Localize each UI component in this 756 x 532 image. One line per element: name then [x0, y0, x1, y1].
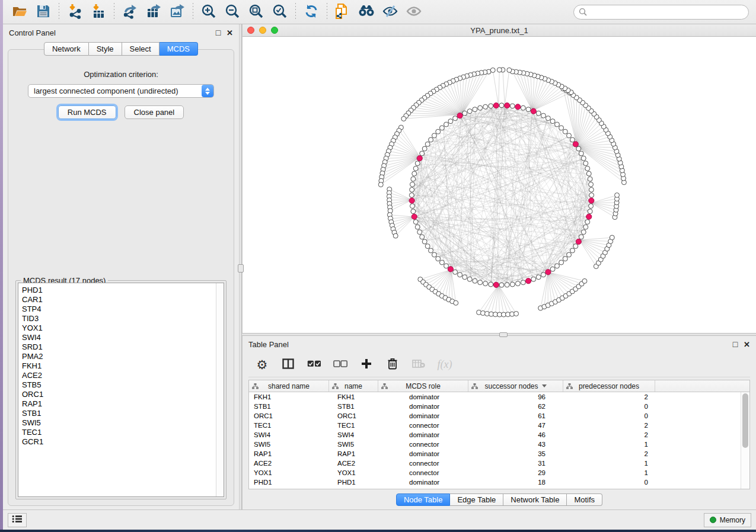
network-node[interactable] — [550, 119, 555, 124]
network-node[interactable] — [417, 230, 422, 235]
network-node[interactable] — [439, 126, 444, 130]
mcds-selected-node[interactable] — [493, 103, 499, 108]
mcds-selected-node[interactable] — [546, 270, 551, 275]
network-node[interactable] — [589, 193, 594, 197]
network-node[interactable] — [411, 177, 416, 181]
mcds-list-scrollbar[interactable] — [216, 283, 224, 496]
network-canvas[interactable] — [243, 37, 756, 333]
horizontal-splitter[interactable] — [242, 333, 756, 336]
network-node[interactable] — [489, 104, 493, 108]
table-tab-edge-table[interactable]: Edge Table — [450, 493, 503, 506]
network-leaf-node[interactable] — [378, 182, 383, 187]
network-node[interactable] — [510, 282, 515, 287]
mcds-selected-node[interactable] — [417, 156, 422, 161]
column-header-predecessor-nodes[interactable]: predecessor nodes — [563, 380, 655, 392]
network-node[interactable] — [453, 116, 458, 121]
network-node[interactable] — [589, 182, 594, 187]
import-network-button[interactable] — [63, 2, 87, 22]
delete-column-button[interactable] — [384, 356, 401, 374]
network-node[interactable] — [413, 220, 418, 225]
network-node[interactable] — [585, 220, 590, 225]
table-row[interactable]: YOX1YOX1connector291 — [249, 468, 741, 477]
open-file-button[interactable] — [8, 2, 31, 22]
zoom-selected-button[interactable] — [268, 2, 292, 22]
table-row[interactable]: RAP1RAP1dominator352 — [249, 449, 741, 459]
mcds-node-item[interactable]: SWI5 — [22, 418, 216, 428]
network-node[interactable] — [563, 129, 567, 134]
network-node[interactable] — [579, 151, 583, 156]
table-tab-network-table[interactable]: Network Table — [503, 493, 567, 506]
network-node[interactable] — [526, 107, 531, 112]
network-leaf-node[interactable] — [582, 278, 587, 283]
network-node[interactable] — [462, 275, 467, 280]
network-node[interactable] — [541, 273, 546, 277]
tab-network[interactable]: Network — [44, 42, 89, 56]
network-node[interactable] — [420, 151, 425, 156]
network-node[interactable] — [410, 182, 414, 187]
mcds-node-item[interactable]: TEC1 — [22, 428, 216, 437]
network-node[interactable] — [411, 209, 416, 214]
table-row[interactable]: TEC1TEC1connector472 — [249, 421, 741, 430]
table-settings-button[interactable]: ⚙ — [253, 356, 271, 374]
mcds-node-item[interactable]: TID3 — [22, 314, 216, 323]
network-node[interactable] — [415, 225, 420, 229]
network-node[interactable] — [589, 204, 594, 209]
network-node[interactable] — [499, 283, 504, 287]
network-node[interactable] — [541, 113, 546, 118]
export-image-button[interactable] — [165, 2, 189, 22]
network-node[interactable] — [505, 283, 509, 287]
network-node[interactable] — [420, 235, 425, 239]
network-node[interactable] — [581, 156, 586, 161]
network-node[interactable] — [425, 142, 430, 146]
mcds-node-item[interactable]: YOX1 — [22, 323, 216, 333]
import-table-button[interactable] — [87, 2, 110, 22]
mcds-selected-node[interactable] — [589, 198, 594, 203]
network-node[interactable] — [536, 111, 541, 116]
network-node[interactable] — [448, 119, 453, 124]
network-node[interactable] — [462, 111, 467, 116]
network-node[interactable] — [422, 146, 427, 151]
network-node[interactable] — [576, 146, 581, 151]
network-node[interactable] — [467, 277, 472, 281]
search-input[interactable] — [573, 5, 749, 20]
network-node[interactable] — [567, 252, 572, 257]
column-header-name[interactable]: name — [329, 380, 378, 392]
network-node[interactable] — [550, 267, 555, 271]
network-node[interactable] — [588, 209, 592, 214]
network-node[interactable] — [432, 133, 436, 138]
tab-select[interactable]: Select — [122, 42, 160, 56]
network-leaf-node[interactable] — [454, 300, 458, 305]
network-node[interactable] — [412, 171, 417, 176]
mcds-selected-node[interactable] — [409, 198, 414, 203]
vertical-splitter[interactable] — [239, 24, 242, 509]
network-node[interactable] — [439, 260, 444, 265]
network-node[interactable] — [415, 161, 420, 166]
statusbar-menu-button[interactable] — [8, 513, 27, 527]
mcds-selected-node[interactable] — [505, 103, 510, 108]
close-panel-button[interactable]: Close panel — [125, 105, 184, 119]
network-node[interactable] — [422, 239, 427, 244]
network-node[interactable] — [583, 161, 588, 166]
network-leaf-node[interactable] — [497, 68, 502, 72]
mcds-node-item[interactable]: SRD1 — [22, 342, 216, 352]
network-node[interactable] — [567, 133, 572, 138]
table-row[interactable]: SWI4SWI4dominator462 — [249, 430, 741, 440]
network-node[interactable] — [483, 104, 488, 109]
network-node[interactable] — [473, 278, 477, 283]
network-node[interactable] — [531, 277, 536, 281]
network-node[interactable] — [410, 204, 414, 209]
run-mcds-button[interactable]: Run MCDS — [58, 105, 116, 119]
network-node[interactable] — [483, 281, 488, 286]
table-tab-node-table[interactable]: Node Table — [396, 493, 451, 506]
column-header-MCDS-role[interactable]: MCDS role — [378, 380, 468, 392]
mcds-node-item[interactable]: GCR1 — [22, 437, 216, 447]
network-node[interactable] — [586, 171, 591, 176]
network-node[interactable] — [409, 193, 414, 197]
network-leaf-node[interactable] — [393, 233, 398, 238]
network-leaf-node[interactable] — [610, 235, 614, 240]
export-table-button[interactable] — [142, 2, 165, 22]
deselect-all-button[interactable] — [331, 356, 349, 374]
network-node[interactable] — [458, 273, 462, 277]
network-node[interactable] — [432, 252, 436, 257]
network-node[interactable] — [510, 104, 515, 108]
